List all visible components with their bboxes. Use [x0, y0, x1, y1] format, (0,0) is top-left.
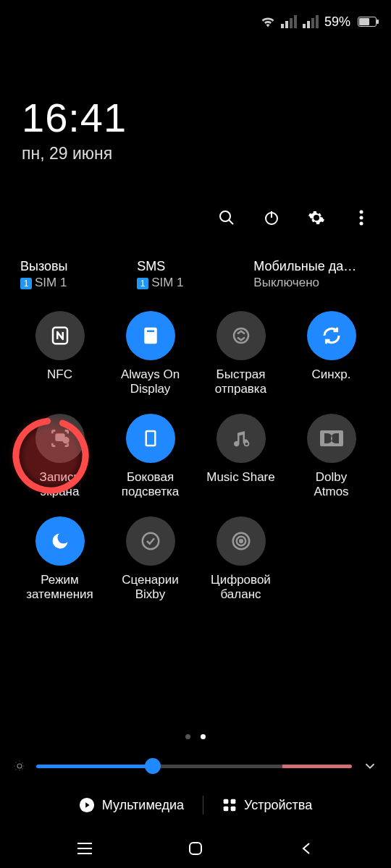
page-dot-active [201, 734, 206, 739]
sim-sub: Выключено [253, 275, 370, 292]
tile-sync[interactable]: Синхр. [286, 311, 377, 398]
edge-icon [126, 414, 175, 463]
tile-musicshare[interactable]: Music Share [196, 414, 286, 501]
svg-line-28 [16, 762, 17, 764]
tile-label: Цифровойбаланс [211, 573, 271, 603]
play-icon [79, 797, 95, 813]
brightness-icon [13, 760, 26, 773]
tile-label: Быстраяотправка [215, 367, 266, 398]
wifi-icon [261, 16, 275, 27]
svg-point-23 [17, 764, 22, 768]
grid-icon [222, 798, 237, 812]
tile-bixby[interactable]: СценарииBixby [105, 516, 196, 603]
signal-2-icon [303, 15, 319, 28]
svg-point-16 [245, 443, 248, 446]
screenrec-icon [35, 414, 85, 463]
svg-line-30 [16, 769, 17, 770]
wellbeing-icon [216, 516, 266, 566]
svg-point-0 [220, 211, 230, 221]
bixby-icon [126, 516, 175, 566]
devices-label: Устройства [244, 798, 312, 813]
svg-rect-37 [231, 807, 236, 812]
nav-bar [0, 829, 391, 868]
quick-tile-grid: NFCAlways OnDisplayБыстраяотправкаСинхр.… [0, 311, 391, 603]
sim-sub: 1SIM 1 [20, 275, 137, 292]
svg-point-21 [240, 540, 243, 542]
musicshare-icon [216, 414, 266, 463]
tile-quickshare[interactable]: Быстраяотправка [196, 311, 286, 398]
tile-label: СценарииBixby [122, 573, 179, 603]
brightness-slider[interactable] [36, 765, 352, 768]
brightness-thumb[interactable] [145, 758, 161, 774]
tile-label: Режимзатемнения [26, 573, 93, 603]
tile-label: Синхр. [312, 367, 351, 398]
battery-percent: 59% [324, 14, 350, 30]
svg-rect-14 [147, 432, 154, 445]
quickshare-icon [216, 311, 266, 360]
nav-home[interactable] [185, 838, 206, 859]
svg-line-1 [229, 220, 233, 224]
page-dot [185, 734, 190, 739]
tile-label: Always OnDisplay [121, 367, 180, 398]
svg-rect-34 [224, 799, 229, 804]
sim-calls[interactable]: Вызовы 1SIM 1 [20, 258, 137, 292]
sim-data[interactable]: Мобильные да… Выключено [253, 258, 370, 292]
svg-rect-41 [190, 843, 201, 854]
clock-date: пн, 29 июня [22, 144, 127, 163]
status-bar: 59% [0, 0, 391, 43]
panel-actions [217, 208, 371, 227]
darkmode-icon [35, 516, 85, 566]
page-indicator[interactable] [0, 734, 391, 739]
svg-point-6 [360, 222, 363, 226]
media-button[interactable]: Мультимедиа [60, 790, 203, 820]
svg-line-31 [22, 762, 24, 764]
svg-point-4 [360, 210, 363, 214]
bottom-buttons: Мультимедиа Устройства [0, 790, 391, 820]
tile-edge[interactable]: Боковаяподсветка [105, 414, 196, 501]
svg-rect-8 [144, 328, 157, 344]
tile-wellbeing[interactable]: Цифровойбаланс [196, 516, 286, 603]
clock-block: 16:41 пн, 29 июня [22, 94, 127, 163]
devices-button[interactable]: Устройства [203, 790, 331, 820]
svg-rect-9 [147, 331, 154, 333]
tile-dolby[interactable]: DolbyAtmos [286, 414, 377, 501]
tile-nfc[interactable]: NFC [14, 311, 105, 398]
tile-darkmode[interactable]: Режимзатемнения [14, 516, 105, 603]
signal-1-icon [281, 15, 297, 28]
tile-label: Боковаяподсветка [122, 470, 180, 501]
sim-title: Мобильные да… [253, 258, 370, 275]
aod-icon [126, 311, 175, 360]
expand-brightness-button[interactable] [362, 758, 378, 774]
sim-row: Вызовы 1SIM 1 SMS 1SIM 1 Мобильные да… В… [0, 258, 391, 292]
svg-point-18 [142, 533, 159, 550]
power-button[interactable] [262, 208, 281, 227]
media-label: Мультимедиа [102, 798, 184, 813]
sim-sub: 1SIM 1 [137, 275, 253, 292]
tile-label: Music Share [206, 470, 274, 501]
sim-title: SMS [137, 258, 253, 275]
settings-button[interactable] [307, 208, 326, 227]
sync-icon [307, 311, 356, 360]
nav-recents[interactable] [75, 838, 95, 859]
tile-label: NFC [47, 367, 72, 398]
svg-point-12 [63, 438, 68, 443]
brightness-row [13, 758, 378, 774]
clock-time: 16:41 [22, 94, 127, 141]
tile-screenrec[interactable]: Записьэкрана [14, 414, 105, 501]
nfc-icon [35, 311, 85, 360]
tile-label: DolbyAtmos [314, 470, 348, 501]
battery-icon [358, 17, 377, 27]
sim-title: Вызовы [20, 258, 137, 275]
nav-back[interactable] [296, 838, 316, 859]
svg-rect-35 [231, 799, 236, 804]
dolby-icon [307, 414, 356, 463]
svg-rect-36 [224, 807, 229, 812]
sim-sms[interactable]: SMS 1SIM 1 [137, 258, 253, 292]
svg-point-5 [360, 216, 363, 220]
svg-rect-17 [320, 430, 343, 446]
search-button[interactable] [217, 208, 236, 227]
more-button[interactable] [352, 208, 371, 227]
svg-line-29 [22, 769, 24, 770]
tile-aod[interactable]: Always OnDisplay [105, 311, 196, 398]
tile-label: Записьэкрана [40, 470, 80, 501]
